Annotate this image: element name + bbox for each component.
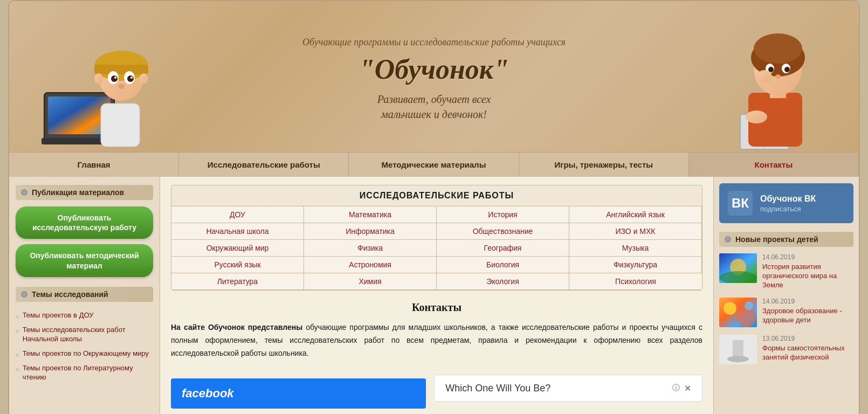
ad-joy-text: Which One Will You Be? [445,383,550,394]
topics-section: Темы исследований ○ Темы проектов в ДОУ … [16,287,153,385]
research-cell-math[interactable]: Математика [304,206,437,223]
contacts-title: Контакты [171,301,702,314]
sidebar-link-1[interactable]: ○ Темы проектов в ДОУ [16,308,153,323]
news-meta-1: 14.06.2019 История развития органическог… [762,253,853,290]
contacts-section: Контакты На сайте Обучонок представлены … [171,301,702,360]
ad-row: facebook Which One Will You Be? ⓘ ✕ [171,368,702,409]
contacts-text: На сайте Обучонок представлены обучающие… [171,321,702,360]
research-cell-music[interactable]: Музыка [569,240,702,257]
svg-point-28 [746,111,767,123]
news-date-3: 13.06.2019 [762,335,853,342]
content-area: Публикация материалов Опубликовать иссле… [9,177,859,414]
nav-methods[interactable]: Методические материалы [349,153,519,177]
research-cell-pe[interactable]: Физкультура [569,257,702,273]
research-cell-art[interactable]: ИЗО и МХК [569,223,702,240]
news-thumb-2 [719,298,757,327]
svg-point-26 [784,67,790,72]
header-tagline: Развивает, обучает всехмальчишек и девчо… [377,92,491,122]
sidebar-link-4[interactable]: ○ Темы проектов по Литературному чтению [16,361,153,385]
news-text-3: Формы самостоятельных занятий физической [762,344,853,362]
header-title: "Обучонок" [359,53,509,85]
research-cell-informatics[interactable]: Информатика [304,223,437,240]
svg-point-9 [111,75,118,82]
nav-research[interactable]: Исследовательские работы [179,153,349,177]
news-meta-2: 14.06.2019 Здоровое образование - здоров… [762,298,853,327]
research-cell-chemistry[interactable]: Химия [304,273,437,290]
bullet-3: ○ [16,351,19,358]
research-cell-english[interactable]: Английский язык [569,206,702,223]
news-text-2: Здоровое образование - здоровые дети [762,307,853,325]
svg-point-36 [745,301,753,310]
svg-point-29 [757,70,772,83]
research-cell-psychology[interactable]: Психология [569,273,702,290]
publication-section-title: Публикация материалов [16,185,153,200]
topics-section-title: Темы исследований [16,287,153,302]
news-date-1: 14.06.2019 [762,253,853,261]
news-date-2: 14.06.2019 [762,298,853,305]
research-table-title: ИССЛЕДОВАТЕЛЬСКИЕ РАБОТЫ [171,185,702,206]
news-thumb-3 [719,335,757,364]
ad-close-button[interactable]: ✕ [684,383,691,394]
news-meta-3: 13.06.2019 Формы самостоятельных занятий… [762,335,853,364]
sidebar-link-2[interactable]: ○ Темы исследовательских работ Начальной… [16,323,153,347]
ad-info-icon[interactable]: ⓘ [672,383,680,393]
svg-point-12 [130,77,133,79]
svg-rect-6 [94,65,148,74]
bullet-2: ○ [16,327,19,335]
right-sidebar: ВК Обучонок ВК подписаться Новые проекты… [713,177,859,414]
svg-point-11 [114,77,116,79]
research-cell-nature[interactable]: Окружающий мир [171,240,304,257]
research-cell-biology[interactable]: Биология [437,257,569,273]
main-content: ИССЛЕДОВАТЕЛЬСКИЕ РАБОТЫ ДОУ Математика … [160,177,713,414]
left-sidebar: Публикация материалов Опубликовать иссле… [9,177,160,414]
contacts-text-bold: На сайте Обучонок представлены [171,323,302,332]
nav-games[interactable]: Игры, тренажеры, тесты [519,153,689,177]
vk-icon: ВК [728,191,753,216]
research-cell-russian[interactable]: Русский язык [171,257,304,273]
header-subtitle: Обучающие программы и исследовательские … [302,37,566,48]
news-item-1[interactable]: 14.06.2019 История развития органическог… [719,253,853,290]
svg-point-27 [775,74,781,79]
news-item-3[interactable]: 13.06.2019 Формы самостоятельных занятий… [719,335,853,364]
news-text-1: История развития органического мира на З… [762,263,853,290]
research-cell-literature[interactable]: Литература [171,273,304,290]
news-thumb-1 [719,253,757,283]
research-grid: ДОУ Математика История Английский язык Н… [171,206,702,290]
bullet-1: ○ [16,313,19,320]
vk-box[interactable]: ВК Обучонок ВК подписаться [719,183,853,223]
svg-point-13 [118,84,125,89]
research-cell-primary[interactable]: Начальная школа [171,223,304,240]
facebook-label: facebook [182,387,234,400]
facebook-ad-banner[interactable]: facebook [171,378,426,409]
nav-contacts[interactable]: Контакты [689,153,859,177]
header-boy-illustration [42,12,149,152]
research-cell-physics[interactable]: Физика [304,240,437,257]
svg-point-10 [127,75,134,82]
publish-method-btn[interactable]: Опубликовать методический материал [16,244,153,277]
research-cell-social[interactable]: Обществознание [437,223,569,240]
news-item-2[interactable]: 14.06.2019 Здоровое образование - здоров… [719,298,853,327]
main-wrapper: Обучающие программы и исследовательские … [8,0,860,414]
header-girl-illustration [729,23,826,152]
vk-subtitle: подписаться [760,205,816,213]
vk-title: Обучонок ВК [760,194,816,205]
bullet-4: ○ [16,365,19,373]
news-section-title: Новые проекты детей [719,232,853,247]
sidebar-link-3[interactable]: ○ Темы проектов по Окружающему миру [16,347,153,361]
svg-point-34 [724,302,736,315]
topics-dot [21,291,27,298]
vk-text-wrapper: Обучонок ВК подписаться [760,194,816,213]
svg-point-15 [140,73,148,84]
research-cell-ecology[interactable]: Экология [437,273,569,290]
publish-research-btn[interactable]: Опубликовать исследовательскую работу [16,206,153,239]
svg-point-39 [727,356,749,362]
research-cell-dou[interactable]: ДОУ [171,206,304,223]
nav-home[interactable]: Главная [9,153,179,177]
news-dot [725,236,731,243]
publication-dot [21,189,27,196]
svg-point-22 [754,33,802,64]
header: Обучающие программы и исследовательские … [9,1,859,152]
research-cell-history[interactable]: История [437,206,569,223]
research-cell-geo[interactable]: География [437,240,569,257]
research-cell-astro[interactable]: Астрономия [304,257,437,273]
